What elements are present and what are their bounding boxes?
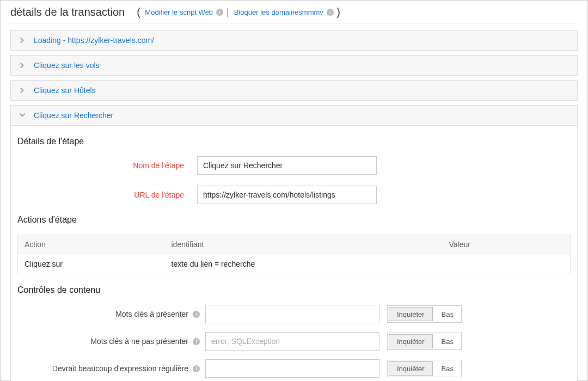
severity-toggle: Inquiéter Bas — [387, 333, 462, 350]
info-icon: i — [193, 311, 200, 318]
block-domains-link[interactable]: Bloquer les domainesmmmv — [234, 8, 323, 16]
step-row-hotels[interactable]: Cliquez sur Hôtels — [10, 80, 578, 101]
severity-worry-button[interactable]: Inquiéter — [389, 361, 433, 376]
header-links: ( Modifier le script Web i | Bloquer les… — [137, 6, 340, 19]
cell-identifier: texte du lien = recherche — [165, 254, 443, 274]
info-icon: i — [193, 365, 200, 372]
step-url-input[interactable] — [197, 186, 377, 204]
severity-low-button[interactable]: Bas — [434, 306, 461, 322]
keywords-absent-input[interactable] — [205, 332, 379, 351]
keywords-present-label: Mots clés à présenter i — [17, 310, 205, 318]
info-icon: i — [216, 9, 223, 16]
actions-title: Actions d'étape — [17, 215, 571, 225]
step-name-row: Nom de l'étape — [17, 156, 571, 175]
step-label: Cliquez sur Rechercher — [34, 111, 113, 120]
chevron-right-icon — [19, 36, 26, 44]
keywords-absent-label: Mots clés à ne pas présenter i — [17, 337, 205, 346]
info-icon: i — [193, 338, 200, 345]
cell-action: Cliquez sur — [18, 254, 165, 274]
severity-toggle: Inquiéter Bas — [387, 360, 462, 377]
keywords-absent-row: Mots clés à ne pas présenter i Inquiéter… — [17, 332, 571, 351]
table-row: Cliquez sur texte du lien = recherche — [18, 254, 571, 274]
page-title: détails de la transaction — [10, 6, 125, 19]
info-icon: i — [327, 9, 334, 16]
step-label: Loading - https://zylker-travels.com/ — [34, 36, 154, 45]
col-identifier-header: identifiant — [165, 235, 443, 254]
step-row-search[interactable]: Cliquez sur Rechercher — [10, 105, 578, 126]
severity-toggle: Inquiéter Bas — [387, 305, 462, 323]
cell-value — [443, 254, 571, 274]
step-url-row: URL de l'étape — [17, 186, 571, 204]
severity-worry-button[interactable]: Inquiéter — [389, 334, 433, 348]
regex-row: Devrait beaucoup d'expression régulière … — [17, 359, 571, 378]
step-name-label: Nom de l'étape — [17, 161, 197, 170]
regex-label: Devrait beaucoup d'expression régulière … — [17, 364, 205, 373]
keywords-present-row: Mots clés à présenter i Inquiéter Bas — [17, 305, 571, 323]
content-checks-title: Contrôles de contenu — [17, 285, 571, 295]
col-action-header: Action — [18, 235, 165, 254]
chevron-down-icon — [19, 112, 26, 119]
severity-low-button[interactable]: Bas — [434, 333, 461, 349]
step-body: Détails de l'étape Nom de l'étape URL de… — [10, 126, 578, 381]
actions-table: Action identifiant Valeur Cliquez sur te… — [17, 235, 571, 274]
keywords-present-input[interactable] — [205, 305, 379, 323]
regex-input[interactable] — [205, 359, 379, 378]
severity-worry-button[interactable]: Inquiéter — [389, 307, 433, 321]
step-row-loading[interactable]: Loading - https://zylker-travels.com/ — [10, 30, 578, 51]
step-name-input[interactable] — [197, 156, 377, 175]
step-label: Cliquez sur les vols — [34, 61, 100, 70]
modify-script-link[interactable]: Modifier le script Web — [145, 8, 213, 16]
severity-low-button[interactable]: Bas — [434, 360, 461, 377]
chevron-right-icon — [19, 87, 26, 94]
step-url-label: URL de l'étape — [17, 190, 197, 199]
page-header: détails de la transaction ( Modifier le … — [10, 6, 578, 23]
col-value-header: Valeur — [443, 235, 571, 254]
step-details-title: Détails de l'étape — [17, 137, 571, 146]
chevron-right-icon — [19, 62, 26, 69]
step-row-flights[interactable]: Cliquez sur les vols — [10, 55, 578, 76]
step-label: Cliquez sur Hôtels — [34, 86, 96, 95]
